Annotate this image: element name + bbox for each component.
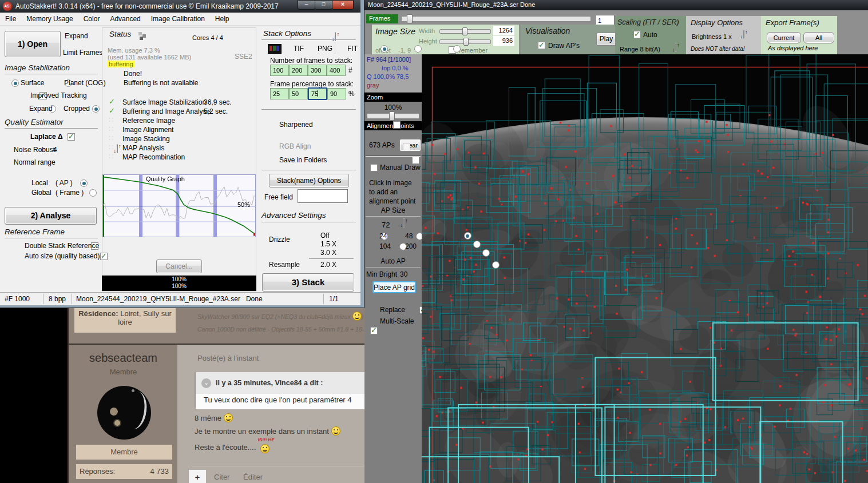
member-username[interactable]: sebseacteam [69, 352, 177, 365]
export-current-button[interactable]: Current [767, 32, 801, 43]
cancel-button[interactable]: Cancel... [156, 260, 202, 273]
drizzle-15-label: 1.5 X [320, 240, 336, 248]
visualisation-header: Visualisation [525, 26, 570, 35]
png-radio[interactable] [414, 45, 422, 53]
frames-input-2[interactable]: 200 [289, 65, 308, 76]
quote-chevron-icon[interactable]: ⌄ [201, 378, 211, 388]
resample-20-label: 2.0 X [320, 261, 336, 269]
quote-block[interactable]: ⌄ il y a 35 minutes, Vince84 a dit : Tu … [195, 372, 364, 408]
viewer-title: Moon_224544_200219_QHY5LII-M_Rouge_#23A.… [368, 1, 535, 8]
sharpened-label: Sharpened [279, 121, 313, 129]
rgb-align-label: RGB Align [279, 142, 311, 150]
post-toolbar-divider [192, 466, 364, 466]
draw-aps-checkbox[interactable] [538, 42, 545, 49]
step-label: Buffering and Image Analysis [122, 107, 211, 115]
star-icon [132, 389, 134, 392]
display-options-panel: Display Options Brightness 1 x ↑↓ Does N… [686, 16, 761, 54]
menu-color[interactable]: Color [78, 15, 105, 23]
member-avatar[interactable] [97, 386, 151, 440]
stack-button[interactable]: 3) Stack [262, 273, 354, 292]
edit-link[interactable]: Éditer [243, 473, 263, 481]
quality-graph-title: Quality Graph [146, 175, 185, 182]
width-slider-thumb[interactable] [462, 27, 467, 35]
plus-button[interactable]: + [189, 470, 206, 483]
replies-value: 4 733 [150, 464, 169, 479]
zoom-slider-thumb[interactable] [389, 111, 395, 121]
minimize-icon[interactable]: – [298, 0, 315, 10]
expand-link[interactable]: Expand [65, 32, 88, 40]
pct-input-1[interactable]: 25 [270, 88, 289, 99]
image-stabilization-header: Image Stabilization [5, 63, 70, 72]
planet-label: Planet (COG) [64, 79, 106, 87]
main-titlebar[interactable]: AS! AutoStakkert! 3.0.14 (x64) - free fo… [0, 0, 360, 13]
height-slider-thumb[interactable] [463, 38, 469, 46]
close-icon[interactable]: × [332, 0, 354, 10]
manual-draw-checkbox[interactable] [370, 164, 378, 171]
quote-header: ⌄ il y a 35 minutes, Vince84 a dit : [196, 372, 364, 394]
surface-radio[interactable] [11, 79, 19, 87]
local-suffix: ( AP ) [56, 179, 73, 187]
open-button[interactable]: 1) Open [5, 31, 61, 57]
moon-image-canvas[interactable] [422, 54, 868, 483]
global-radio[interactable] [89, 189, 97, 197]
statusbar-framecount: #F 1000 [5, 295, 30, 303]
drizzle-off-radio[interactable] [464, 232, 471, 239]
menu-advanced[interactable]: Advanced [105, 15, 145, 23]
multiscale-checkbox[interactable] [370, 327, 378, 334]
frames-input-4[interactable]: 400 [327, 65, 346, 76]
scaling-range-spinner-icon[interactable]: ↑↓ [675, 43, 676, 52]
export-all-button[interactable]: All [803, 32, 834, 43]
residence-value: Loiret, Sully sur loire [118, 309, 172, 326]
frames-input-1[interactable]: 100 [270, 65, 289, 76]
cite-link[interactable]: Citer [214, 473, 229, 481]
status-done-line: Done! [124, 70, 142, 78]
menu-help[interactable]: Help [210, 15, 235, 23]
place-ap-grid-button[interactable]: Place AP grid [372, 281, 416, 293]
frames-input-3[interactable]: 300 [308, 65, 327, 76]
scaling-auto-checkbox[interactable] [633, 31, 641, 38]
stackname-options-button[interactable]: Stack(name) Options [269, 174, 349, 187]
play-button[interactable]: Play [596, 33, 616, 46]
width-value[interactable]: 1264 [493, 26, 514, 35]
local-radio[interactable] [80, 179, 88, 187]
drizzle-30-label: 3.0 X [320, 249, 336, 257]
fit-label: FIT [347, 45, 358, 53]
png-label: PNG [318, 45, 332, 53]
resample-20-radio[interactable] [492, 261, 500, 269]
ap-size-spinner-icon[interactable]: ↑↓ [403, 218, 405, 227]
cores-label: Cores 4 / 4 [192, 34, 223, 41]
reference-frame-header: Reference Frame [5, 227, 65, 236]
frames-slider[interactable] [401, 16, 591, 22]
sharpened-checkbox[interactable] [393, 121, 401, 129]
frames-slider-thumb[interactable] [407, 14, 413, 23]
ap-size-48-label: 48 [405, 232, 413, 240]
save-folders-checkbox[interactable] [412, 157, 419, 164]
post-content: Posté(e) à l'instant ⌄ il y a 35 minutes… [177, 345, 364, 483]
member-badge: Membre [76, 445, 172, 460]
frames-hash-label: # [348, 66, 352, 74]
stack-divider-2 [261, 170, 356, 170]
laplace-checkbox[interactable] [68, 133, 75, 141]
menu-image-calibration[interactable]: Image Calibration [146, 15, 210, 23]
free-field-input[interactable] [298, 189, 348, 203]
drizzle-15-radio[interactable] [473, 241, 481, 248]
surface-label: Surface [21, 79, 44, 87]
quality-estimator-rule [5, 128, 98, 129]
brightness-spinner-icon[interactable]: ↑↓ [743, 30, 744, 39]
cropped-radio[interactable] [92, 105, 100, 113]
double-stack-label: Double Stack Reference [25, 242, 99, 250]
width-label: Width [419, 27, 435, 34]
viewer-titlebar[interactable]: Moon_224544_200219_QHY5LII-M_Rouge_#23A.… [364, 0, 868, 10]
smiley-laugh-icon [224, 413, 233, 422]
pct-input-2[interactable]: 50 [289, 88, 308, 99]
pct-input-4[interactable]: 90 [327, 88, 346, 99]
analyse-button[interactable]: 2) Analyse [5, 207, 97, 225]
height-value[interactable]: 936 [493, 36, 514, 46]
menu-memory-usage[interactable]: Memory Usage [21, 15, 78, 23]
maximize-icon[interactable]: □ [315, 0, 332, 10]
replace-label: Replace [380, 306, 405, 314]
limit-frames-link[interactable]: Limit Frames [63, 49, 102, 57]
planet-icon [110, 408, 118, 416]
menu-file[interactable]: File [0, 15, 21, 23]
step-time: 5,2 sec. [204, 107, 228, 115]
